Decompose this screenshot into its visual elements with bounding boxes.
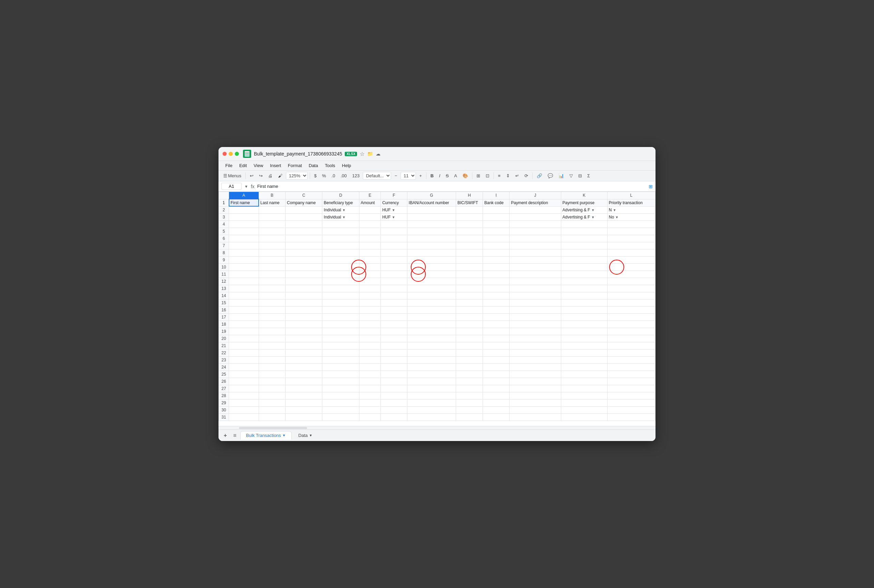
cell-e14[interactable] (359, 292, 380, 299)
cell-g12[interactable] (407, 278, 456, 285)
cell-c31[interactable] (285, 413, 322, 421)
cell-h24[interactable] (456, 363, 483, 370)
cell-h17[interactable] (456, 314, 483, 321)
cell-j2[interactable] (509, 206, 561, 213)
cell-c5[interactable] (285, 228, 322, 235)
cell-d23[interactable] (322, 356, 359, 363)
cell-f19[interactable] (381, 328, 407, 335)
cell-f24[interactable] (381, 363, 407, 370)
menu-format[interactable]: Format (285, 162, 305, 170)
cell-b23[interactable] (259, 356, 285, 363)
cell-c24[interactable] (285, 363, 322, 370)
cell-h29[interactable] (456, 399, 483, 406)
table-button[interactable]: ⊟ (576, 172, 584, 180)
cell-g27[interactable] (407, 385, 456, 392)
col-header-d[interactable]: D (322, 192, 359, 200)
cell-a19[interactable] (229, 328, 259, 335)
cell-f1[interactable]: Currency (381, 199, 407, 206)
cell-d30[interactable] (322, 406, 359, 413)
cell-l31[interactable] (607, 413, 655, 421)
cell-j21[interactable] (509, 342, 561, 349)
cell-b8[interactable] (259, 249, 285, 256)
cell-g17[interactable] (407, 314, 456, 321)
cell-a8[interactable] (229, 249, 259, 256)
cell-k18[interactable] (561, 321, 607, 328)
cell-a24[interactable] (229, 363, 259, 370)
cell-h16[interactable] (456, 306, 483, 314)
cell-d29[interactable] (322, 399, 359, 406)
cell-i26[interactable] (483, 378, 509, 385)
cell-g25[interactable] (407, 370, 456, 378)
cell-e21[interactable] (359, 342, 380, 349)
cell-g20[interactable] (407, 335, 456, 342)
cell-j23[interactable] (509, 356, 561, 363)
cell-f21[interactable] (381, 342, 407, 349)
cell-j22[interactable] (509, 349, 561, 356)
cell-i29[interactable] (483, 399, 509, 406)
cell-a13[interactable] (229, 285, 259, 292)
cell-a9[interactable] (229, 256, 259, 263)
font-size-plus[interactable]: + (417, 172, 424, 180)
cell-l8[interactable] (607, 249, 655, 256)
cell-l30[interactable] (607, 406, 655, 413)
menu-help[interactable]: Help (339, 162, 354, 170)
strikethrough-button[interactable]: S (444, 172, 451, 180)
cell-e22[interactable] (359, 349, 380, 356)
expand-formula-button[interactable]: ⊞ (649, 184, 653, 189)
cell-i25[interactable] (483, 370, 509, 378)
cell-k4[interactable] (561, 220, 607, 228)
cell-l4[interactable] (607, 220, 655, 228)
cell-j7[interactable] (509, 242, 561, 249)
cell-b5[interactable] (259, 228, 285, 235)
cell-i18[interactable] (483, 321, 509, 328)
tab-data[interactable]: Data ▼ (293, 432, 318, 439)
cell-a18[interactable] (229, 321, 259, 328)
cell-b11[interactable] (259, 270, 285, 278)
cell-g14[interactable] (407, 292, 456, 299)
cell-i1[interactable]: Bank code (483, 199, 509, 206)
currency-button[interactable]: $ (312, 172, 318, 180)
cell-d27[interactable] (322, 385, 359, 392)
cell-e8[interactable] (359, 249, 380, 256)
cell-k23[interactable] (561, 356, 607, 363)
cell-b4[interactable] (259, 220, 285, 228)
cell-a15[interactable] (229, 299, 259, 306)
cell-d15[interactable] (322, 299, 359, 306)
cell-h12[interactable] (456, 278, 483, 285)
cell-l15[interactable] (607, 299, 655, 306)
cell-g19[interactable] (407, 328, 456, 335)
cell-a16[interactable] (229, 306, 259, 314)
cell-a6[interactable] (229, 235, 259, 242)
formula-bar-input[interactable] (257, 184, 646, 189)
cell-j13[interactable] (509, 285, 561, 292)
cell-i22[interactable] (483, 349, 509, 356)
cell-k9[interactable] (561, 256, 607, 263)
cell-g23[interactable] (407, 356, 456, 363)
cell-f4[interactable] (381, 220, 407, 228)
star-icon[interactable]: ☆ (360, 151, 365, 157)
highlight-color-button[interactable]: 🎨 (461, 172, 470, 180)
cell-e7[interactable] (359, 242, 380, 249)
tab-bulk-transactions[interactable]: Bulk Transactions ▼ (240, 431, 292, 440)
cell-d3[interactable]: Individual ▼ (322, 213, 359, 220)
cell-c6[interactable] (285, 235, 322, 242)
cell-c1[interactable]: Company name (285, 199, 322, 206)
cell-k14[interactable] (561, 292, 607, 299)
cell-k7[interactable] (561, 242, 607, 249)
cell-k24[interactable] (561, 363, 607, 370)
cell-g9[interactable] (407, 256, 456, 263)
cell-d24[interactable] (322, 363, 359, 370)
zoom-select[interactable]: 125% 100% (286, 172, 308, 180)
cell-k25[interactable] (561, 370, 607, 378)
cell-k15[interactable] (561, 299, 607, 306)
cell-c27[interactable] (285, 385, 322, 392)
cell-g7[interactable] (407, 242, 456, 249)
cell-f5[interactable] (381, 228, 407, 235)
cell-g11[interactable] (407, 270, 456, 278)
col-header-a[interactable]: A (229, 192, 259, 200)
cell-e16[interactable] (359, 306, 380, 314)
cell-j27[interactable] (509, 385, 561, 392)
cell-a7[interactable] (229, 242, 259, 249)
cell-k1[interactable]: Payment purpose (561, 199, 607, 206)
cell-h27[interactable] (456, 385, 483, 392)
